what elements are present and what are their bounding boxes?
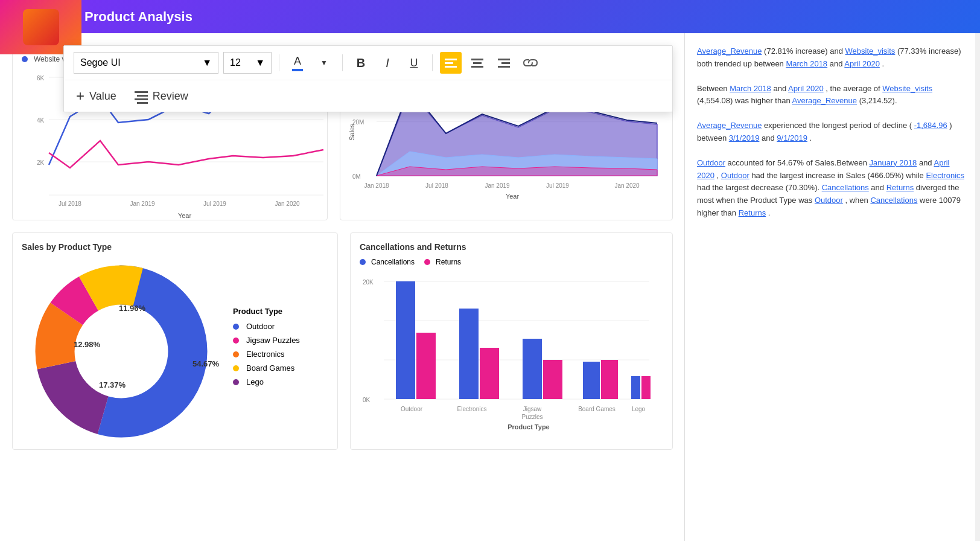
svg-text:Jan 2020: Jan 2020 [614, 182, 640, 189]
legend-title: Product Type [233, 307, 317, 316]
april-2020-link-2[interactable]: April 2020 [788, 84, 824, 93]
add-value-button[interactable]: + Value [76, 88, 116, 104]
svg-rect-7 [501, 62, 510, 64]
outdoor-link-2[interactable]: Outdoor [721, 171, 749, 180]
bar-chart-svg: 20K 0K [360, 272, 655, 429]
website-legend-label: Website v [34, 55, 65, 63]
toolbar-popup: Segoe UI ▼ 12 ▼ A ▼ B I U [63, 45, 673, 112]
font-family-select[interactable]: Segoe UI ▼ [74, 52, 218, 74]
align-center-button[interactable] [466, 52, 488, 74]
website-legend-dot [22, 56, 28, 62]
jan-2018-link[interactable]: January 2018 [870, 158, 917, 167]
returns-link[interactable]: Returns [886, 183, 914, 192]
align-left-icon [445, 57, 457, 68]
march-2018-link-2[interactable]: March 2018 [730, 84, 771, 93]
electronics-link[interactable]: Electronics [926, 171, 964, 180]
font-size-chevron: ▼ [255, 57, 265, 68]
outdoor-label: Outdoor [246, 322, 275, 331]
svg-text:Jigsaw: Jigsaw [523, 406, 542, 412]
bold-button[interactable]: B [350, 52, 372, 74]
legend-boardgames: Board Games [233, 363, 317, 373]
svg-text:Jan 2019: Jan 2019 [130, 200, 155, 207]
link-icon [524, 57, 537, 68]
align-right-icon [498, 57, 510, 68]
svg-text:Electronics: Electronics [457, 406, 487, 412]
donut-label-boardgames: 11.96% [119, 304, 146, 313]
returns-link-2[interactable]: Returns [739, 208, 766, 217]
svg-text:Jan 2020: Jan 2020 [275, 200, 300, 207]
add-value-label: Value [89, 90, 116, 103]
website-visits-link-2[interactable]: Website_visits [882, 84, 932, 93]
donut-chart-container: 54.67% 17.37% 12.98% 11.96% [22, 258, 221, 435]
outdoor-link-3[interactable]: Outdoor [815, 196, 843, 205]
svg-rect-11 [135, 98, 148, 100]
font-color-button[interactable]: A [287, 52, 308, 74]
outdoor-returns-bar [416, 333, 436, 399]
cancellations-dot [360, 259, 366, 265]
april-2020-link-1[interactable]: April 2020 [844, 59, 880, 68]
svg-rect-8 [498, 66, 510, 68]
svg-rect-1 [445, 62, 453, 64]
insight-1: Average_Revenue (72.81% increase) and We… [697, 45, 968, 71]
decline-value-link[interactable]: -1,684.96 [914, 121, 947, 130]
boardgames-cancellations-bar [583, 362, 600, 399]
donut-label-lego: 17.37% [99, 380, 126, 389]
logo-icon [23, 9, 59, 45]
avg-revenue-link-2[interactable]: Average_Revenue [792, 96, 857, 105]
end-date-link[interactable]: 9/1/2019 [777, 133, 807, 142]
svg-text:Jul 2018: Jul 2018 [59, 200, 81, 207]
svg-rect-9 [135, 91, 148, 93]
legend-outdoor: Outdoor [233, 322, 317, 331]
cancellations-legend: Cancellations [360, 258, 415, 266]
align-right-button[interactable] [493, 52, 515, 74]
start-date-link[interactable]: 3/1/2019 [729, 133, 760, 142]
font-family-chevron: ▼ [202, 57, 212, 68]
jigsaw-label: Jigsaw Puzzles [246, 336, 300, 345]
lego-returns-bar [641, 376, 651, 399]
align-left-button[interactable] [440, 52, 462, 74]
italic-button[interactable]: I [377, 52, 398, 74]
website-visits-link-1[interactable]: Website_visits [845, 46, 896, 56]
page-title: Product Analysis [84, 9, 192, 25]
cancellations-link-2[interactable]: Cancellations [870, 196, 917, 205]
svg-text:Sales: Sales [348, 124, 355, 141]
insight-3: Average_Revenue experienced the longest … [697, 120, 968, 145]
jigsaw-dot [233, 338, 239, 344]
donut-chart-title: Sales by Product Type [22, 242, 328, 252]
cancellations-link[interactable]: Cancellations [822, 183, 869, 192]
svg-text:Year: Year [506, 193, 520, 200]
svg-text:Jan 2019: Jan 2019 [485, 182, 510, 189]
avg-revenue-link-3[interactable]: Average_Revenue [697, 121, 762, 130]
font-color-bar [292, 69, 303, 71]
insights-panel: Average_Revenue (72.81% increase) and We… [684, 33, 980, 541]
plus-icon: + [76, 88, 84, 104]
lego-cancellations-bar [631, 376, 640, 399]
legend-electronics: Electronics [233, 350, 317, 359]
svg-rect-6 [498, 59, 510, 60]
svg-text:Puzzles: Puzzles [521, 414, 542, 420]
svg-text:0M: 0M [352, 173, 361, 180]
electronics-dot [233, 351, 239, 357]
donut-label-electronics: 12.98% [74, 340, 101, 349]
outdoor-link-1[interactable]: Outdoor [697, 158, 725, 167]
align-center-icon [471, 57, 483, 68]
svg-rect-3 [471, 59, 483, 60]
boardgames-label: Board Games [246, 363, 294, 373]
font-size-select[interactable]: 12 ▼ [223, 52, 272, 74]
svg-text:Jul 2019: Jul 2019 [203, 200, 226, 207]
sales-product-type-chart: Sales by Product Type [12, 232, 338, 450]
avg-revenue-link-1[interactable]: Average_Revenue [697, 46, 762, 56]
font-color-dropdown[interactable]: ▼ [313, 52, 335, 74]
underline-button[interactable]: U [403, 52, 425, 74]
svg-text:Lego: Lego [632, 406, 646, 412]
bar-legend: Cancellations Returns [360, 258, 663, 266]
toolbar-row-actions: + Value Review [64, 80, 672, 112]
legend-items: Outdoor Jigsaw Puzzles Electronics [233, 322, 317, 386]
march-2018-link-1[interactable]: March 2018 [786, 59, 827, 68]
scroll-indicator[interactable] [975, 33, 980, 541]
header: Product Analysis [0, 0, 980, 33]
review-button[interactable]: Review [135, 90, 188, 103]
cancellations-label: Cancellations [371, 258, 415, 266]
link-button[interactable] [520, 52, 541, 74]
svg-text:0K: 0K [363, 397, 371, 403]
